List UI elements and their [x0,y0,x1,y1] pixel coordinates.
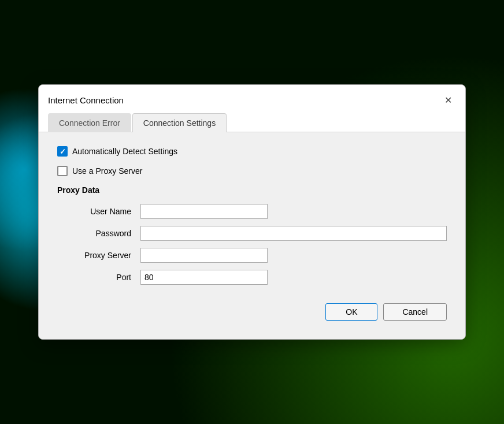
tab-connection-error[interactable]: Connection Error [48,113,131,132]
proxy-form: User Name Password Proxy Server Port [66,204,447,285]
proxy-data-label: Proxy Data [57,185,447,195]
dialog-content: Automatically Detect Settings Use a Prox… [39,132,465,339]
proxy-server-input[interactable] [140,248,268,263]
proxy-server-label: Proxy Server [66,251,136,260]
port-input[interactable] [140,270,268,285]
user-name-field-wrapper [140,204,447,219]
tabs: Connection Error Connection Settings [39,108,465,132]
use-proxy-row: Use a Proxy Server [57,166,447,176]
ok-button[interactable]: OK [325,303,377,321]
port-field-wrapper [140,270,447,285]
auto-detect-row: Automatically Detect Settings [57,146,447,157]
auto-detect-checkbox[interactable] [57,146,68,157]
user-name-input[interactable] [140,204,268,219]
button-row: OK Cancel [57,303,447,325]
user-name-label: User Name [66,207,136,216]
dialog-overlay: Internet Connection ✕ Connection Error C… [0,0,504,424]
use-proxy-checkbox[interactable] [57,166,68,176]
close-button[interactable]: ✕ [440,92,456,108]
dialog: Internet Connection ✕ Connection Error C… [38,84,466,340]
password-input[interactable] [140,226,447,241]
password-field-wrapper [140,226,447,241]
proxy-server-field-wrapper [140,248,447,263]
port-label: Port [66,273,136,282]
close-icon: ✕ [444,95,452,106]
title-bar: Internet Connection ✕ [39,85,465,108]
tab-connection-settings[interactable]: Connection Settings [132,113,227,132]
cancel-button[interactable]: Cancel [383,303,447,321]
use-proxy-label[interactable]: Use a Proxy Server [72,166,142,176]
dialog-title: Internet Connection [48,95,124,105]
password-label: Password [66,229,136,238]
auto-detect-label[interactable]: Automatically Detect Settings [72,147,177,156]
